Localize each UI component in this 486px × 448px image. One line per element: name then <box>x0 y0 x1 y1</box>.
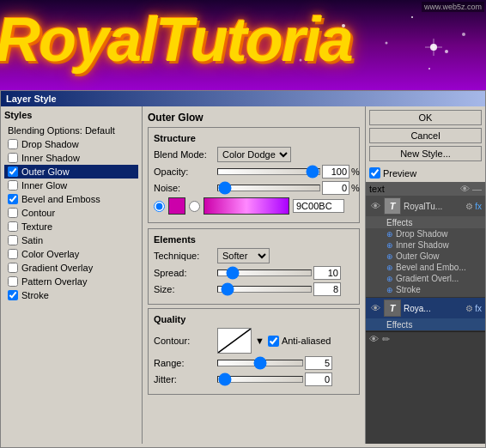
style-inner-shadow[interactable]: Inner Shadow <box>4 151 138 165</box>
range-slider[interactable] <box>217 360 303 366</box>
effect-name-stroke: Stroke <box>396 285 421 294</box>
size-value[interactable] <box>313 282 341 296</box>
svg-point-1 <box>386 42 388 45</box>
effect-icon-drop-shadow: ⊕ <box>386 230 393 239</box>
color-hex-input[interactable] <box>293 199 344 213</box>
solid-color-radio[interactable] <box>154 201 165 212</box>
opacity-slider[interactable] <box>217 168 320 175</box>
preview-checkbox[interactable] <box>369 167 380 179</box>
effect-outer-glow[interactable]: ⊕ Outer Glow <box>386 251 482 262</box>
effect-gradient-overlay[interactable]: ⊕ Gradient Overl... <box>386 273 482 284</box>
svg-point-4 <box>300 59 302 62</box>
jitter-slider[interactable] <box>217 376 303 383</box>
quality-title: Quality <box>154 314 354 324</box>
effect-name-inner-shadow: Inner Shadow <box>396 240 449 250</box>
styles-panel-title: Styles <box>4 110 138 120</box>
effect-inner-shadow[interactable]: ⊕ Inner Shadow <box>386 239 482 251</box>
style-stroke[interactable]: Stroke <box>4 288 138 302</box>
outer-glow-checkbox[interactable] <box>8 166 18 177</box>
contour-checkbox[interactable] <box>8 208 18 218</box>
style-blending-options[interactable]: Blending Options: Default <box>4 124 138 137</box>
outer-glow-title: Outer Glow <box>148 112 360 124</box>
pencil-icon[interactable]: ✏ <box>382 334 390 345</box>
stroke-checkbox[interactable] <box>8 290 18 300</box>
layers-chain-icon: — <box>472 184 482 194</box>
opacity-row: Opacity: % <box>154 165 354 179</box>
quality-section: Quality Contour: ▼ Anti-aliased <box>148 308 360 395</box>
layer-link-icon2[interactable]: ⚙ <box>465 304 473 313</box>
layer-item-roya[interactable]: 👁 T Roya... ⚙ fx Effects <box>366 298 485 331</box>
contour-dropdown-icon[interactable]: ▼ <box>255 336 264 346</box>
opacity-value[interactable] <box>322 165 349 179</box>
noise-slider[interactable] <box>217 185 320 191</box>
layer-eye-royaltu[interactable]: 👁 <box>369 201 381 211</box>
effect-name-bevel-emboss: Bevel and Embo... <box>396 263 466 272</box>
gradient-overlay-checkbox[interactable] <box>8 263 18 273</box>
style-inner-glow[interactable]: Inner Glow <box>4 179 138 192</box>
style-bevel-emboss[interactable]: Bevel and Emboss <box>4 192 138 206</box>
color-swatch[interactable] <box>168 197 185 215</box>
style-satin[interactable]: Satin <box>4 233 138 247</box>
satin-checkbox[interactable] <box>8 235 18 245</box>
size-slider[interactable] <box>217 286 312 293</box>
color-overlay-checkbox[interactable] <box>8 249 18 259</box>
technique-select[interactable]: Softer Precise <box>217 248 270 263</box>
gradient-radio[interactable] <box>189 201 200 212</box>
blend-mode-select[interactable]: Color Dodge Normal Screen <box>217 147 291 162</box>
svg-point-5 <box>428 68 430 70</box>
spread-slider[interactable] <box>217 269 312 276</box>
technique-row: Technique: Softer Precise <box>154 248 354 263</box>
anti-alias-checkbox[interactable] <box>268 336 279 347</box>
effect-bevel-emboss[interactable]: ⊕ Bevel and Embo... <box>386 262 482 273</box>
size-label: Size: <box>154 284 214 294</box>
bevel-emboss-checkbox[interactable] <box>8 194 18 204</box>
style-outer-glow[interactable]: Outer Glow <box>4 165 138 179</box>
range-value[interactable] <box>305 356 332 370</box>
jitter-value[interactable] <box>305 372 332 386</box>
inner-shadow-checkbox[interactable] <box>8 153 18 163</box>
layers-eye-icon[interactable]: 👁 <box>460 184 470 194</box>
layer-item-royaltu[interactable]: 👁 T RoyalTu... ⚙ fx Effects ⊕ <box>366 196 485 298</box>
spread-value[interactable] <box>313 266 341 280</box>
style-contour[interactable]: Contour <box>4 206 138 220</box>
pattern-overlay-checkbox[interactable] <box>8 276 18 287</box>
range-label: Range: <box>154 358 214 368</box>
outer-glow-label: Outer Glow <box>21 166 70 177</box>
range-row: Range: <box>154 356 354 370</box>
elements-section: Elements Technique: Softer Precise Sprea… <box>148 228 360 305</box>
style-pattern-overlay[interactable]: Pattern Overlay <box>4 275 138 288</box>
effect-drop-shadow[interactable]: ⊕ Drop Shadow <box>386 228 482 239</box>
layer-link-icon[interactable]: ⚙ <box>465 202 473 211</box>
blend-mode-label: Blend Mode: <box>154 149 214 160</box>
banner-decoration <box>0 0 486 90</box>
gradient-swatch[interactable] <box>204 197 289 215</box>
eye-visibility-icon[interactable]: 👁 <box>369 334 379 345</box>
effect-icon-stroke: ⊕ <box>386 286 393 294</box>
style-gradient-overlay[interactable]: Gradient Overlay <box>4 261 138 275</box>
style-drop-shadow[interactable]: Drop Shadow <box>4 137 138 151</box>
layer-eye-roya[interactable]: 👁 <box>369 303 381 313</box>
svg-point-2 <box>411 16 413 18</box>
structure-title: Structure <box>154 133 354 143</box>
new-style-button[interactable]: New Style... <box>369 146 482 161</box>
effect-name-drop-shadow: Drop Shadow <box>396 229 448 239</box>
effect-stroke[interactable]: ⊕ Stroke <box>386 284 482 295</box>
cancel-button[interactable]: Cancel <box>369 128 482 143</box>
layer-thumb-royaltu: T <box>384 197 401 215</box>
layer-fx-icon2[interactable]: fx <box>475 304 482 313</box>
right-panel: OK Cancel New Style... Preview text 👁 — <box>365 106 485 444</box>
svg-point-0 <box>342 24 345 27</box>
style-texture[interactable]: Texture <box>4 220 138 233</box>
spread-row: Spread: <box>154 266 354 280</box>
size-row: Size: <box>154 282 354 296</box>
texture-checkbox[interactable] <box>8 221 18 232</box>
contour-preview[interactable] <box>217 328 252 354</box>
layer-fx-icon[interactable]: fx <box>475 202 482 211</box>
layer-row-roya: 👁 T Roya... ⚙ fx <box>366 298 485 318</box>
noise-value[interactable] <box>322 181 349 195</box>
ok-button[interactable]: OK <box>369 110 482 125</box>
inner-glow-checkbox[interactable] <box>8 180 18 191</box>
anti-alias-label: Anti-aliased <box>268 336 331 347</box>
style-color-overlay[interactable]: Color Overlay <box>4 247 138 261</box>
drop-shadow-checkbox[interactable] <box>8 139 18 149</box>
